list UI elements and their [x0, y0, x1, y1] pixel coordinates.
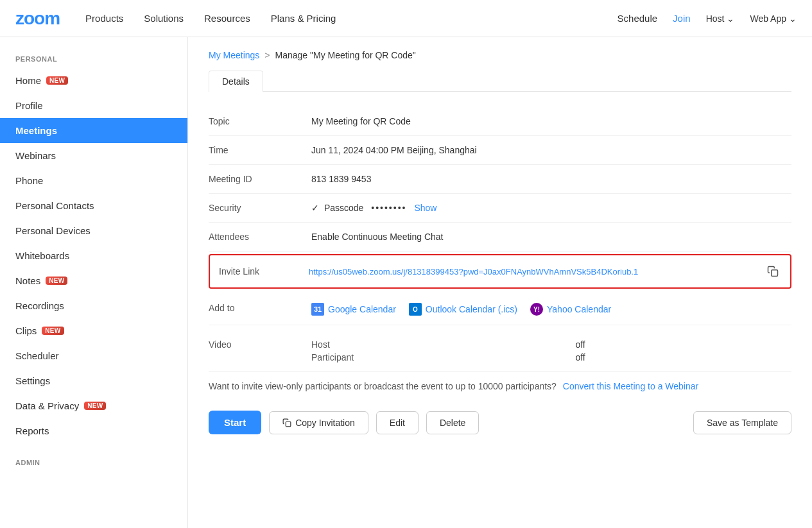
sidebar-item-personal-contacts[interactable]: Personal Contacts [0, 193, 187, 218]
svg-rect-1 [286, 422, 291, 427]
time-value: Jun 11, 2024 04:00 PM Beijing, Shanghai [311, 145, 791, 155]
google-calendar-link[interactable]: 31 Google Calendar [311, 303, 396, 316]
passcode-check-icon: ✓ [311, 203, 319, 213]
nav-products[interactable]: Products [85, 13, 123, 24]
sidebar: PERSONAL Home NEW Profile Meetings Webin… [0, 37, 188, 528]
sidebar-item-home[interactable]: Home NEW [0, 68, 187, 93]
invite-link-label: Invite Link [219, 266, 309, 277]
notes-badge: NEW [46, 277, 67, 285]
copy-link-icon-button[interactable] [764, 263, 781, 280]
meeting-id-row: Meeting ID 813 1839 9453 [209, 165, 791, 194]
time-label: Time [209, 145, 311, 155]
top-nav: zoom Products Solutions Resources Plans … [0, 0, 812, 37]
calendar-links-container: 31 Google Calendar O Outlook Calendar (.… [311, 303, 791, 316]
add-to-row: Add to 31 Google Calendar O Outlook Cale… [209, 294, 791, 325]
sidebar-personal-label: PERSONAL [0, 50, 187, 68]
nav-plans-pricing[interactable]: Plans & Pricing [271, 13, 336, 24]
nav-schedule[interactable]: Schedule [618, 13, 658, 24]
copy-invitation-icon [282, 418, 291, 427]
start-button[interactable]: Start [209, 411, 261, 434]
breadcrumb-parent[interactable]: My Meetings [209, 50, 259, 60]
video-grid: Host off Participant off [311, 339, 791, 362]
data-privacy-badge: NEW [84, 402, 106, 410]
delete-button[interactable]: Delete [426, 411, 479, 434]
invite-link-box: Invite Link https://us05web.zoom.us/j/81… [209, 254, 791, 289]
passcode-label: Passcode [324, 203, 363, 213]
outlook-calendar-icon: O [409, 303, 422, 316]
nav-links: Products Solutions Resources Plans & Pri… [85, 13, 617, 24]
video-participant-value: off [575, 352, 791, 362]
main-layout: PERSONAL Home NEW Profile Meetings Webin… [0, 37, 812, 528]
tab-details[interactable]: Details [209, 71, 263, 92]
nav-webapp-dropdown[interactable]: Web App ⌄ [750, 13, 797, 24]
security-row: Security ✓ Passcode •••••••• Show [209, 194, 791, 223]
video-host-label: Host [311, 339, 560, 350]
attendees-row: Attendees Enable Continuous Meeting Chat [209, 223, 791, 251]
video-row: Video Host off Participant off [209, 330, 791, 372]
security-value: ✓ Passcode •••••••• Show [311, 203, 791, 213]
security-label: Security [209, 203, 311, 213]
invite-link-url[interactable]: https://us05web.zoom.us/j/81318399453?pw… [309, 267, 757, 277]
save-template-button[interactable]: Save as Template [693, 411, 791, 434]
sidebar-item-personal-devices[interactable]: Personal Devices [0, 218, 187, 243]
time-row: Time Jun 11, 2024 04:00 PM Beijing, Shan… [209, 136, 791, 165]
sidebar-item-clips[interactable]: Clips NEW [0, 318, 187, 343]
breadcrumb-current: Manage "My Meeting for QR Code" [275, 50, 416, 60]
sidebar-item-phone[interactable]: Phone [0, 168, 187, 193]
chevron-down-icon: ⌄ [789, 13, 797, 24]
yahoo-calendar-link[interactable]: Y! Yahoo Calendar [530, 303, 611, 316]
video-label: Video [209, 339, 311, 350]
action-bar: Start Copy Invitation Edit Delete Save a… [209, 400, 791, 445]
sidebar-item-profile[interactable]: Profile [0, 93, 187, 118]
google-calendar-icon: 31 [311, 303, 324, 316]
video-value: Host off Participant off [311, 339, 791, 362]
topic-row: Topic My Meeting for QR Code [209, 107, 791, 136]
tabs-bar: Details [209, 71, 791, 92]
sidebar-item-scheduler[interactable]: Scheduler [0, 343, 187, 368]
show-passcode-link[interactable]: Show [414, 203, 436, 213]
sidebar-item-whiteboards[interactable]: Whiteboards [0, 243, 187, 268]
broadcast-banner: Want to invite view-only participants or… [209, 372, 791, 400]
main-content: My Meetings > Manage "My Meeting for QR … [188, 37, 812, 528]
edit-button[interactable]: Edit [376, 411, 419, 434]
add-to-label: Add to [209, 303, 311, 313]
broadcast-text: Want to invite view-only participants or… [209, 381, 557, 391]
calendar-links: 31 Google Calendar O Outlook Calendar (.… [311, 303, 791, 316]
svg-rect-0 [772, 270, 778, 277]
nav-join[interactable]: Join [673, 13, 691, 24]
sidebar-item-reports[interactable]: Reports [0, 418, 187, 443]
nav-solutions[interactable]: Solutions [144, 13, 184, 24]
copy-icon [767, 266, 779, 277]
breadcrumb: My Meetings > Manage "My Meeting for QR … [209, 50, 791, 60]
meeting-id-value: 813 1839 9453 [311, 174, 791, 184]
sidebar-item-data-privacy[interactable]: Data & Privacy NEW [0, 393, 187, 418]
nav-right: Schedule Join Host ⌄ Web App ⌄ [618, 13, 797, 24]
topic-value: My Meeting for QR Code [311, 116, 791, 126]
breadcrumb-separator: > [264, 50, 270, 60]
video-participant-label: Participant [311, 352, 560, 362]
outlook-calendar-link[interactable]: O Outlook Calendar (.ics) [409, 303, 517, 316]
yahoo-calendar-icon: Y! [530, 303, 543, 316]
nav-host-dropdown[interactable]: Host ⌄ [706, 13, 735, 24]
sidebar-item-notes[interactable]: Notes NEW [0, 268, 187, 293]
meeting-details: Topic My Meeting for QR Code Time Jun 11… [209, 107, 791, 372]
sidebar-item-settings[interactable]: Settings [0, 368, 187, 393]
video-host-value: off [575, 339, 791, 350]
attendees-value: Enable Continuous Meeting Chat [311, 232, 791, 242]
logo[interactable]: zoom [15, 8, 60, 29]
passcode-dots: •••••••• [371, 203, 406, 213]
copy-invitation-button[interactable]: Copy Invitation [269, 411, 368, 434]
home-badge: NEW [46, 76, 68, 85]
sidebar-item-webinars[interactable]: Webinars [0, 143, 187, 168]
clips-badge: NEW [42, 327, 64, 335]
meeting-id-label: Meeting ID [209, 174, 311, 184]
nav-resources[interactable]: Resources [204, 13, 250, 24]
sidebar-admin-label: ADMIN [0, 454, 187, 472]
invite-link-row-outer: Invite Link https://us05web.zoom.us/j/81… [209, 251, 791, 291]
attendees-label: Attendees [209, 232, 311, 242]
convert-to-webinar-link[interactable]: Convert this Meeting to a Webinar [563, 381, 698, 391]
sidebar-item-recordings[interactable]: Recordings [0, 293, 187, 318]
topic-label: Topic [209, 116, 311, 126]
sidebar-item-meetings[interactable]: Meetings [0, 118, 187, 143]
chevron-down-icon: ⌄ [727, 13, 734, 24]
